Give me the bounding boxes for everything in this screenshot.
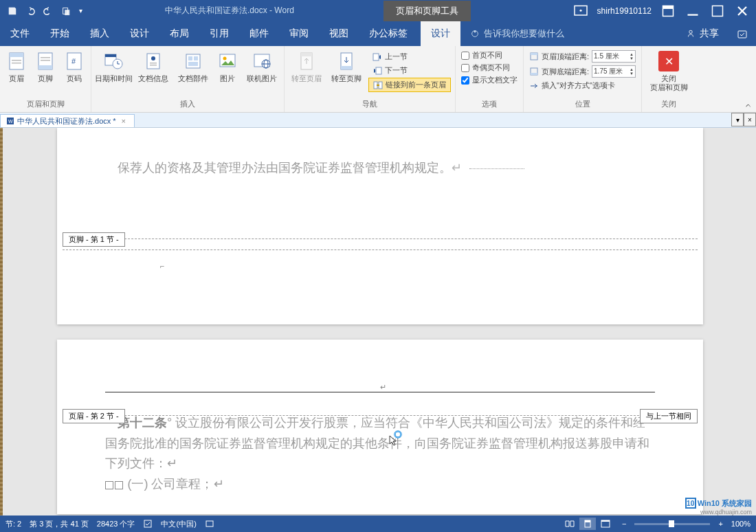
footer-distance-spinner[interactable]: 1.75 厘米▲▼: [592, 65, 636, 78]
header-distance-spinner[interactable]: 1.5 厘米▲▼: [592, 50, 636, 63]
document-area: 保荐人的资格及其管理办法由国务院证券监督管理机构规定。↵ 页脚 - 第 1 节 …: [0, 128, 756, 517]
svg-rect-15: [12, 63, 21, 64]
save-button[interactable]: [4, 3, 21, 19]
tab-home[interactable]: 开始: [40, 21, 80, 46]
zoom-slider[interactable]: [634, 523, 710, 525]
tab-close-all-button[interactable]: ×: [744, 113, 756, 126]
svg-rect-9: [474, 31, 476, 33]
svg-rect-42: [373, 54, 379, 60]
footer-dashed-line-2: [63, 250, 698, 250]
status-insert-mode-icon[interactable]: [205, 519, 214, 529]
tab-hf-design[interactable]: 设计: [421, 21, 460, 46]
article-12-text[interactable]: 第十二条° 设立股份有限公司公开发行股票，应当符合《中华人民共和国公司法》规定的…: [57, 406, 703, 502]
show-document-text-checkbox[interactable]: 显示文档文字: [461, 75, 518, 85]
tab-office[interactable]: 办公标签: [359, 21, 418, 46]
share-label: 共享: [700, 27, 719, 40]
tab-design[interactable]: 设计: [120, 21, 159, 46]
qat-customize-button[interactable]: ▾: [76, 3, 85, 19]
goto-header-button[interactable]: 转至页眉: [287, 49, 326, 83]
quick-access-toolbar: ▾: [0, 3, 89, 19]
svg-rect-13: [10, 53, 23, 57]
status-word-count[interactable]: 28423 个字: [97, 519, 135, 529]
maximize-button[interactable]: [709, 3, 726, 19]
minimize-button[interactable]: [685, 3, 701, 19]
body-text-sponsor[interactable]: 保荐人的资格及其管理办法由国务院证券监督管理机构规定。↵: [57, 128, 703, 187]
status-proofing-icon[interactable]: [143, 519, 153, 529]
status-bar: 节: 2 第 3 页，共 41 页 28423 个字 中文(中国) − + 10…: [0, 516, 756, 532]
picture-button[interactable]: 图片: [214, 49, 241, 83]
group-options: 首页不同 奇偶页不同 显示文档文字 选项: [456, 46, 524, 112]
group-close: ✕ 关闭页眉和页脚 关闭: [642, 46, 696, 112]
footer-section-1-tag: 页脚 - 第 1 节 -: [63, 232, 125, 247]
tablet-mode-icon[interactable]: [572, 3, 589, 19]
link-to-previous-button[interactable]: 链接到前一条页眉: [368, 78, 451, 92]
svg-rect-55: [206, 521, 213, 527]
tab-close-button[interactable]: ×: [119, 116, 129, 126]
page-number-button[interactable]: #页码: [60, 49, 88, 83]
svg-rect-11: [738, 31, 746, 38]
document-tabs-bar: W 中华人民共和国证券法.docx * × ▾ ×: [0, 113, 756, 128]
footer-boundary-line: [63, 239, 698, 239]
title-bar: ▾ 中华人民共和国证券法.docx - Word 页眉和页脚工具 shirh19…: [0, 0, 756, 21]
svg-rect-54: [144, 520, 151, 527]
web-layout-button[interactable]: [597, 518, 614, 530]
svg-rect-57: [585, 520, 590, 522]
document-title: 中华人民共和国证券法.docx - Word: [165, 5, 294, 16]
read-mode-button[interactable]: [562, 518, 578, 530]
svg-text:W: W: [8, 119, 13, 124]
help-button[interactable]: [729, 21, 756, 46]
tell-me-box[interactable]: 告诉我你想要做什么: [470, 21, 564, 46]
status-language[interactable]: 中文(中国): [161, 519, 196, 529]
insert-alignment-tab-button[interactable]: 插入"对齐方式"选项卡: [529, 80, 636, 91]
group-insert: 日期和时间 文档信息 文档部件 图片 联机图片 插入: [91, 46, 285, 112]
undo-button[interactable]: [22, 3, 38, 19]
svg-rect-32: [188, 62, 198, 66]
ribbon-display-options-button[interactable]: [660, 3, 676, 19]
different-first-page-checkbox[interactable]: 首页不同: [461, 50, 518, 60]
zoom-in-button[interactable]: +: [718, 520, 722, 528]
tab-view[interactable]: 视图: [319, 21, 359, 46]
next-section-button[interactable]: 下一节: [368, 64, 451, 77]
word-file-icon: W: [6, 117, 14, 125]
contextual-tab-label: 页眉和页脚工具: [383, 1, 471, 21]
svg-rect-5: [663, 5, 674, 9]
svg-rect-28: [150, 65, 157, 66]
svg-rect-27: [150, 63, 157, 64]
svg-point-3: [579, 9, 581, 11]
footer-button[interactable]: 页脚: [32, 49, 59, 83]
zoom-level[interactable]: 100%: [731, 520, 751, 528]
tab-insert[interactable]: 插入: [80, 21, 120, 46]
print-layout-button[interactable]: [579, 518, 596, 530]
svg-rect-47: [531, 53, 537, 55]
collapse-ribbon-button[interactable]: ᨈ: [746, 101, 752, 109]
qat-paste-button[interactable]: [58, 3, 74, 19]
online-picture-button[interactable]: 联机图片: [243, 49, 281, 83]
redo-button[interactable]: [40, 3, 56, 19]
tab-file[interactable]: 文件: [0, 21, 40, 46]
document-tab[interactable]: W 中华人民共和国证券法.docx * ×: [0, 114, 135, 127]
header-button[interactable]: 页眉: [3, 49, 30, 83]
tab-references[interactable]: 引用: [199, 21, 239, 46]
svg-text:#: #: [71, 57, 76, 65]
status-page[interactable]: 第 3 页，共 41 页: [30, 519, 89, 529]
status-section[interactable]: 节: 2: [5, 519, 21, 529]
goto-footer-button[interactable]: 转至页脚: [327, 49, 366, 83]
doc-info-button[interactable]: 文档信息: [134, 49, 173, 83]
group-header-footer: 页眉 页脚 #页码 页眉和页脚: [0, 46, 91, 112]
close-header-footer-button[interactable]: ✕ 关闭页眉和页脚: [649, 49, 688, 92]
date-time-button[interactable]: 日期和时间: [94, 49, 133, 83]
close-button[interactable]: [734, 3, 751, 19]
same-as-previous-tag: 与上一节相同: [640, 409, 698, 423]
tab-layout[interactable]: 布局: [159, 21, 199, 46]
doc-parts-button[interactable]: 文档部件: [174, 49, 212, 83]
tab-mailings[interactable]: 邮件: [239, 21, 279, 46]
zoom-out-button[interactable]: −: [622, 520, 626, 528]
prev-section-button[interactable]: 上一节: [368, 50, 451, 63]
different-odd-even-checkbox[interactable]: 奇偶页不同: [461, 63, 518, 73]
svg-rect-39: [301, 53, 312, 56]
tab-review[interactable]: 审阅: [279, 21, 319, 46]
svg-rect-19: [41, 60, 50, 61]
tab-list-dropdown[interactable]: ▾: [731, 113, 744, 126]
share-button[interactable]: 共享: [676, 21, 729, 46]
view-buttons: [562, 518, 614, 530]
